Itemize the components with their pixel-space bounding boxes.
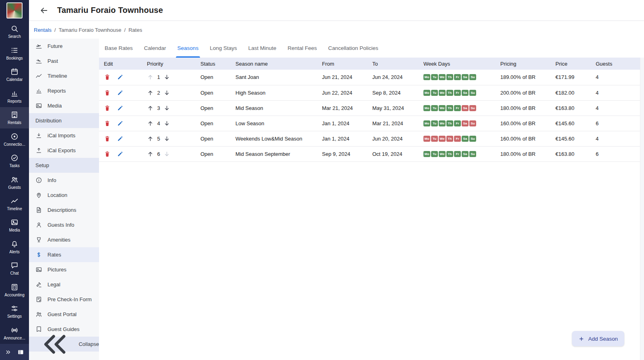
sidebar-item-media[interactable]: Media: [29, 98, 99, 113]
sidebar-item-rates[interactable]: Rates: [29, 247, 99, 262]
primary-nav-reports[interactable]: Reports: [0, 85, 29, 107]
sidebar-item-pre-check-in-form[interactable]: Pre Check-In Form: [29, 292, 99, 307]
tab-long-stays[interactable]: Long Stays: [204, 39, 243, 58]
primary-nav-label: Chat: [10, 271, 19, 275]
priority-up-button[interactable]: [147, 89, 154, 96]
edit-season-button[interactable]: [117, 151, 124, 157]
breadcrumb-rentals-link[interactable]: Rentals: [34, 27, 52, 33]
sidebar-item-ical-imports[interactable]: iCal Imports: [29, 128, 99, 143]
season-row: 6 Open Mid Season September Sep 9, 2024 …: [99, 146, 644, 161]
sidebar-item-descriptions[interactable]: Descriptions: [29, 203, 99, 217]
add-season-button[interactable]: Add Season: [572, 331, 624, 346]
pencil-icon: [117, 74, 124, 81]
tab-calendar[interactable]: Calendar: [138, 39, 172, 58]
timeline-icon: [35, 72, 42, 79]
sidebar-item-guests-info[interactable]: Guests Info: [29, 217, 99, 232]
delete-season-button[interactable]: [104, 151, 111, 157]
priority-value: 4: [156, 120, 161, 126]
sidebar-item-legal[interactable]: Legal: [29, 277, 99, 292]
breadcrumb-separator: /: [54, 27, 56, 33]
chevrons-right-icon: [5, 349, 12, 356]
sidebar-item-amenities[interactable]: Amenities: [29, 232, 99, 247]
priority-down-button[interactable]: [163, 74, 170, 81]
price-cell: €171.99: [551, 70, 591, 85]
logo-box[interactable]: [0, 0, 29, 21]
season-name-cell: Mid Season: [231, 100, 317, 116]
primary-nav-accounting[interactable]: Accounting: [0, 279, 29, 301]
sidebar-item-location[interactable]: Location: [29, 188, 99, 203]
primary-nav-connections[interactable]: Connectio...: [0, 128, 29, 150]
sidebar-item-pictures[interactable]: Pictures: [29, 262, 99, 277]
sidebar-item-label: Pre Check-In Form: [47, 296, 92, 302]
delete-season-button[interactable]: [104, 89, 111, 96]
column-header-from: From: [317, 58, 367, 70]
edit-season-button[interactable]: [117, 74, 124, 81]
primary-nav-alerts[interactable]: Alerts: [0, 236, 29, 258]
sidebar-item-reports[interactable]: Reports: [29, 83, 99, 98]
priority-down-button[interactable]: [163, 120, 170, 127]
primary-nav-bookings[interactable]: Bookings: [0, 42, 29, 64]
tab-cancellation-policies[interactable]: Cancellation Policies: [322, 39, 384, 58]
from-cell: Sep 9, 2024: [317, 146, 367, 161]
tab-seasons[interactable]: Seasons: [172, 39, 204, 58]
guests-cell: 4: [591, 131, 644, 146]
sidebar-item-ical-exports[interactable]: iCal Exports: [29, 143, 99, 158]
sidebar-section-setup[interactable]: Setup: [29, 158, 99, 173]
expand-sidebar-button[interactable]: [5, 349, 12, 356]
sidebar-item-info[interactable]: Info: [29, 173, 99, 188]
column-header-status: Status: [196, 58, 231, 70]
priority-down-button[interactable]: [163, 105, 170, 112]
edit-season-button[interactable]: [117, 120, 124, 127]
priority-up-button[interactable]: [147, 135, 154, 142]
delete-season-button[interactable]: [104, 135, 111, 142]
priority-down-button[interactable]: [163, 151, 170, 157]
sidebar-collapse-button[interactable]: Collapse: [29, 337, 99, 352]
primary-nav-tasks[interactable]: Tasks: [0, 150, 29, 172]
priority-up-button[interactable]: [147, 105, 154, 112]
primary-nav-rentals[interactable]: Rentals: [0, 107, 29, 128]
add-season-label: Add Season: [588, 336, 618, 342]
delete-season-button[interactable]: [104, 74, 111, 81]
delete-season-button[interactable]: [104, 120, 111, 127]
primary-nav-guests[interactable]: Guests: [0, 172, 29, 193]
priority-up-button[interactable]: [147, 120, 154, 127]
sidebar-section-distribution[interactable]: Distribution: [29, 113, 99, 128]
delete-season-button[interactable]: [104, 105, 111, 112]
edit-season-button[interactable]: [117, 105, 124, 112]
vertical-scrollbar[interactable]: [640, 58, 644, 360]
rentals-icon: [10, 111, 19, 119]
primary-sidebar: Search Bookings Calendar Reports Rentals…: [0, 0, 29, 360]
pencil-icon: [117, 151, 124, 157]
tab-label: Last Minute: [248, 45, 277, 51]
priority-down-button[interactable]: [163, 89, 170, 96]
primary-nav-search[interactable]: Search: [0, 21, 29, 42]
primary-nav-calendar[interactable]: Calendar: [0, 64, 29, 85]
tab-rental-fees[interactable]: Rental Fees: [282, 39, 322, 58]
price-cell: €182.00: [551, 85, 591, 100]
weekday-chip-tu: Tu: [431, 74, 438, 80]
priority-value: 3: [156, 105, 161, 111]
season-row: 4 Open Low Season Jan 1, 2024 Mar 21, 20…: [99, 116, 644, 131]
edit-season-button[interactable]: [117, 135, 124, 142]
back-button[interactable]: [39, 6, 48, 15]
search-icon: [10, 25, 19, 33]
tab-base-rates[interactable]: Base Rates: [99, 39, 138, 58]
tab-last-minute[interactable]: Last Minute: [243, 39, 282, 58]
priority-down-button[interactable]: [163, 135, 170, 142]
primary-nav-label: Settings: [7, 314, 22, 319]
primary-nav-timeline[interactable]: Timeline: [0, 193, 29, 215]
collapse-icon: [35, 314, 73, 360]
primary-nav-settings[interactable]: Settings: [0, 301, 29, 322]
panel-toggle-button[interactable]: [17, 349, 24, 356]
priority-up-button[interactable]: [147, 74, 154, 81]
edit-season-button[interactable]: [117, 89, 124, 96]
primary-nav-chat[interactable]: Chat: [0, 258, 29, 279]
legal-icon: [35, 281, 42, 288]
primary-nav-announcements[interactable]: Announce...: [0, 323, 29, 344]
sidebar-item-past[interactable]: Past: [29, 54, 99, 68]
sidebar-item-timeline[interactable]: Timeline: [29, 68, 99, 83]
guests-cell: 4: [591, 85, 644, 100]
primary-nav-media[interactable]: Media: [0, 215, 29, 236]
priority-up-button[interactable]: [147, 151, 154, 157]
sidebar-item-future[interactable]: Future: [29, 39, 99, 54]
